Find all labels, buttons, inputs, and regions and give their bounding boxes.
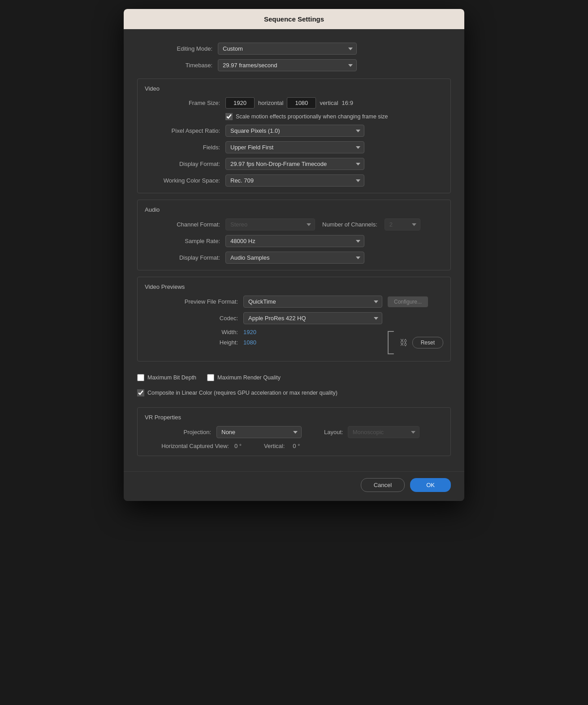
max-bit-depth-row: Maximum Bit Depth	[137, 374, 196, 381]
pixel-aspect-ratio-select[interactable]: Square Pixels (1.0)	[225, 125, 364, 137]
video-section-label: Video	[145, 85, 443, 92]
projection-select[interactable]: None	[216, 426, 302, 438]
layout-label: Layout:	[324, 429, 348, 435]
projection-area: Projection: None	[145, 426, 302, 438]
vr-properties-section: VR Properties Projection: None Layout: M…	[137, 407, 451, 456]
bottom-checkboxes: Maximum Bit Depth Maximum Render Quality…	[137, 368, 451, 407]
preview-file-format-select[interactable]: QuickTime	[243, 296, 382, 308]
video-previews-section: Video Previews Preview File Format: Quic…	[137, 277, 451, 361]
channel-format-select[interactable]: Stereo	[225, 218, 315, 231]
horizontal-captured-label: Horizontal Captured View:	[145, 443, 234, 449]
audio-display-format-row: Display Format: Audio Samples	[145, 252, 443, 264]
max-render-quality-label: Maximum Render Quality	[217, 374, 281, 381]
timebase-row: Timebase: 29.97 frames/second	[137, 59, 451, 71]
dialog-body: Editing Mode: Custom Timebase: 29.97 fra…	[124, 29, 464, 471]
working-color-space-select[interactable]: Rec. 709	[225, 174, 364, 187]
pixel-aspect-ratio-label: Pixel Aspect Ratio:	[145, 127, 225, 134]
max-bit-depth-label: Maximum Bit Depth	[147, 374, 196, 381]
working-color-space-row: Working Color Space: Rec. 709	[145, 174, 443, 187]
editing-mode-label: Editing Mode:	[137, 45, 218, 52]
scale-motion-label: Scale motion effects proportionally when…	[236, 113, 388, 120]
vr-section-label: VR Properties	[145, 414, 443, 421]
timebase-label: Timebase:	[137, 62, 218, 69]
timebase-select[interactable]: 29.97 frames/second	[218, 59, 357, 71]
fields-select[interactable]: Upper Field First	[225, 141, 364, 153]
width-height-area: Width: 1920 Height: 1080 ⛓ Reset	[145, 329, 443, 355]
audio-row: Stereo Number of Channels: 2	[225, 218, 420, 231]
composite-linear-checkbox[interactable]	[137, 389, 144, 396]
vertical-area: Vertical: 0 °	[264, 443, 300, 449]
video-section: Video Frame Size: horizontal vertical 16…	[137, 78, 451, 193]
pixel-aspect-ratio-row: Pixel Aspect Ratio: Square Pixels (1.0)	[145, 125, 443, 137]
link-icon: ⛓	[400, 338, 408, 348]
top-form-area: Editing Mode: Custom Timebase: 29.97 fra…	[137, 38, 451, 78]
sample-rate-select[interactable]: 48000 Hz	[225, 235, 364, 247]
title-bar: Sequence Settings	[124, 9, 464, 29]
video-display-format-select[interactable]: 29.97 fps Non-Drop-Frame Timecode	[225, 158, 364, 170]
configure-button[interactable]: Configure...	[388, 296, 428, 307]
horizontal-label: horizontal	[258, 100, 283, 106]
preview-file-format-row: Preview File Format: QuickTime Configure…	[145, 296, 443, 308]
frame-width-input[interactable]	[225, 97, 255, 109]
reset-button[interactable]: Reset	[412, 337, 443, 348]
video-previews-label: Video Previews	[145, 283, 443, 290]
audio-display-format-label: Display Format:	[145, 254, 225, 261]
projection-layout-row: Projection: None Layout: Monoscopic	[145, 426, 443, 438]
ok-button[interactable]: OK	[410, 478, 451, 492]
sequence-settings-dialog: Sequence Settings Editing Mode: Custom T…	[124, 9, 464, 501]
audio-section-label: Audio	[145, 206, 443, 213]
width-value: 1920	[243, 329, 256, 335]
width-row: Width: 1920	[145, 329, 376, 335]
editing-mode-row: Editing Mode: Custom	[137, 43, 451, 55]
height-row: Height: 1080	[145, 339, 376, 346]
max-render-quality-row: Maximum Render Quality	[207, 374, 281, 381]
link-reset-area: ⛓ Reset	[385, 331, 443, 355]
frame-size-inputs: horizontal vertical 16:9	[225, 97, 353, 109]
captured-view-row: Horizontal Captured View: 0 ° Vertical: …	[145, 443, 443, 449]
composite-linear-label: Composite in Linear Color (requires GPU …	[147, 390, 337, 396]
frame-size-row: Frame Size: horizontal vertical 16:9	[145, 97, 443, 109]
num-channels-label: Number of Channels:	[322, 221, 377, 228]
audio-display-format-select[interactable]: Audio Samples	[225, 252, 364, 264]
video-display-format-label: Display Format:	[145, 161, 225, 167]
scale-motion-row: Scale motion effects proportionally when…	[225, 113, 443, 120]
width-label: Width:	[145, 329, 243, 335]
dialog-title: Sequence Settings	[133, 15, 455, 23]
composite-linear-row: Composite in Linear Color (requires GPU …	[137, 389, 451, 396]
bracket-icon	[385, 331, 394, 355]
height-value: 1080	[243, 339, 256, 346]
fields-row: Fields: Upper Field First	[145, 141, 443, 153]
cancel-button[interactable]: Cancel	[361, 478, 405, 492]
num-channels-select[interactable]: 2	[385, 218, 420, 231]
working-color-space-label: Working Color Space:	[145, 177, 225, 184]
codec-select[interactable]: Apple ProRes 422 HQ	[243, 312, 382, 324]
scale-motion-checkbox[interactable]	[225, 113, 233, 120]
video-display-format-row: Display Format: 29.97 fps Non-Drop-Frame…	[145, 158, 443, 170]
preview-file-format-label: Preview File Format:	[145, 298, 243, 305]
dialog-footer: Cancel OK	[124, 471, 464, 501]
horizontal-captured-value: 0 °	[234, 443, 242, 449]
width-height-values: Width: 1920 Height: 1080	[145, 329, 376, 349]
vertical-value: 0 °	[293, 443, 300, 449]
sample-rate-label: Sample Rate:	[145, 238, 225, 244]
layout-select[interactable]: Monoscopic	[348, 426, 419, 438]
fields-label: Fields:	[145, 144, 225, 151]
height-label: Height:	[145, 339, 243, 346]
max-render-quality-checkbox[interactable]	[207, 374, 214, 381]
editing-mode-select[interactable]: Custom	[218, 43, 357, 55]
codec-row: Codec: Apple ProRes 422 HQ	[145, 312, 443, 324]
audio-section: Audio Channel Format: Stereo Number of C…	[137, 200, 451, 270]
max-bit-depth-checkbox[interactable]	[137, 374, 144, 381]
horizontal-captured-area: Horizontal Captured View: 0 °	[145, 443, 242, 449]
layout-area: Layout: Monoscopic	[324, 426, 419, 438]
channel-format-label: Channel Format:	[145, 221, 225, 228]
projection-label: Projection:	[145, 429, 216, 435]
sample-rate-row: Sample Rate: 48000 Hz	[145, 235, 443, 247]
vertical-label: vertical	[320, 100, 338, 106]
vertical-label: Vertical:	[264, 443, 289, 449]
aspect-ratio: 16:9	[342, 100, 353, 106]
frame-height-input[interactable]	[287, 97, 316, 109]
codec-label: Codec:	[145, 315, 243, 322]
channel-format-row: Channel Format: Stereo Number of Channel…	[145, 218, 443, 231]
frame-size-label: Frame Size:	[145, 100, 225, 106]
